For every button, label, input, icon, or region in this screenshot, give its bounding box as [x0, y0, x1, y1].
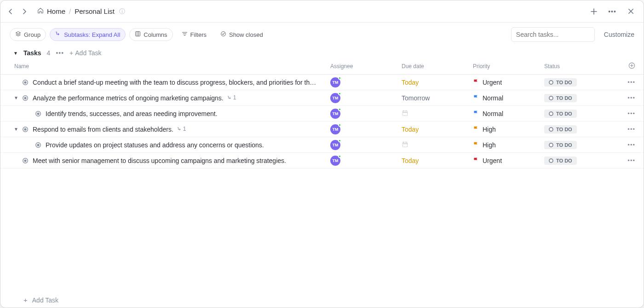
col-status[interactable]: Status	[544, 63, 622, 70]
col-due-date[interactable]: Due date	[402, 63, 473, 70]
subtask-count[interactable]: 1	[227, 94, 236, 101]
due-date-empty[interactable]	[402, 141, 473, 149]
assignee[interactable]: TM	[330, 156, 402, 166]
task-title[interactable]: Respond to emails from clients and stake…	[33, 126, 330, 133]
svg-point-1	[221, 32, 226, 36]
assignee[interactable]: TM	[330, 124, 402, 134]
status-circle-icon[interactable]	[21, 126, 30, 133]
priority[interactable]: Normal	[473, 110, 544, 117]
priority[interactable]: High	[473, 141, 544, 149]
group-more-icon[interactable]: •••	[56, 49, 64, 57]
close-icon[interactable]	[625, 6, 636, 17]
task-row[interactable]: ▼ Respond to emails from clients and sta…	[0, 122, 644, 137]
status-badge: TO DO	[544, 125, 577, 134]
due-date-empty[interactable]	[402, 110, 473, 118]
task-row[interactable]: Identify trends, successes, and areas ne…	[0, 106, 644, 122]
add-task-row[interactable]: + Add Task	[0, 292, 644, 308]
home-icon	[37, 7, 44, 15]
task-title[interactable]: Conduct a brief stand-up meeting with th…	[33, 79, 330, 86]
svg-rect-14	[402, 142, 407, 146]
group-add-task-label: Add Task	[75, 49, 101, 57]
svg-point-13	[37, 144, 39, 146]
breadcrumb-list[interactable]: Personal List	[75, 7, 115, 15]
task-list: Conduct a brief stand-up meeting with th…	[0, 75, 644, 292]
priority[interactable]: Urgent	[473, 79, 544, 86]
assignee[interactable]: TM	[330, 140, 402, 150]
col-priority[interactable]: Priority	[473, 63, 544, 70]
status-circle-icon[interactable]	[21, 157, 30, 164]
search-box[interactable]	[511, 27, 595, 42]
presence-dot-icon	[338, 76, 341, 80]
show-closed-button[interactable]: Show closed	[215, 29, 268, 41]
group-add-task[interactable]: + Add Task	[69, 49, 102, 57]
presence-dot-icon	[338, 139, 341, 142]
status-dot-icon	[549, 158, 553, 163]
more-icon[interactable]: •••	[607, 6, 618, 17]
priority[interactable]: High	[473, 126, 544, 133]
row-more-icon[interactable]: •••	[622, 126, 635, 133]
flag-icon	[473, 94, 479, 102]
row-more-icon[interactable]: •••	[622, 110, 635, 117]
task-row[interactable]: Meet with senior management to discuss u…	[0, 153, 644, 169]
svg-point-4	[24, 81, 26, 83]
column-headers: Name Assignee Due date Priority Status	[0, 58, 644, 75]
status[interactable]: TO DO	[544, 110, 622, 118]
columns-label: Columns	[144, 31, 167, 38]
priority[interactable]: Urgent	[473, 157, 544, 164]
due-date[interactable]: Today	[402, 126, 473, 133]
assignee[interactable]: TM	[330, 77, 402, 87]
task-title[interactable]: Identify trends, successes, and areas ne…	[46, 110, 330, 117]
status[interactable]: TO DO	[544, 94, 622, 102]
status[interactable]: TO DO	[544, 125, 622, 134]
customize-button[interactable]: Customize	[604, 31, 634, 38]
presence-dot-icon	[338, 123, 341, 127]
status-circle-icon[interactable]	[21, 79, 30, 86]
collapse-icon[interactable]: ▼	[12, 127, 21, 132]
avatar: TM	[330, 93, 340, 103]
filters-button[interactable]: Filters	[177, 29, 212, 41]
col-assignee[interactable]: Assignee	[330, 63, 402, 70]
nav-forward-icon[interactable]	[22, 9, 27, 14]
columns-button[interactable]: Columns	[129, 28, 172, 41]
due-date[interactable]: Tomorrow	[402, 94, 473, 102]
status[interactable]: TO DO	[544, 141, 622, 149]
status[interactable]: TO DO	[544, 78, 622, 87]
task-row[interactable]: Provide updates on project statuses and …	[0, 137, 644, 153]
task-row[interactable]: Conduct a brief stand-up meeting with th…	[0, 75, 644, 90]
due-date[interactable]: Today	[402, 157, 473, 164]
nav-back-icon[interactable]	[8, 9, 13, 14]
status-label: TO DO	[556, 158, 572, 163]
priority[interactable]: Normal	[473, 94, 544, 102]
task-title[interactable]: Provide updates on project statuses and …	[46, 141, 330, 149]
group-collapse-icon[interactable]: ▼	[13, 51, 18, 56]
collapse-icon[interactable]: ▼	[12, 95, 21, 100]
search-input[interactable]	[516, 31, 590, 38]
subtasks-button[interactable]: Subtasks: Expand All	[50, 28, 126, 41]
col-name[interactable]: Name	[14, 63, 330, 70]
task-row[interactable]: ▼ Analyze the performance metrics of ong…	[0, 90, 644, 106]
status-circle-icon[interactable]	[21, 95, 30, 101]
layers-icon	[15, 31, 21, 38]
status[interactable]: TO DO	[544, 157, 622, 165]
flag-icon	[473, 157, 479, 164]
priority-label: High	[483, 141, 496, 149]
status-circle-icon[interactable]	[34, 110, 43, 117]
row-more-icon[interactable]: •••	[622, 94, 635, 101]
info-icon[interactable]: ⓘ	[119, 7, 125, 16]
group-button[interactable]: Group	[10, 28, 46, 41]
task-title[interactable]: Analyze the performance metrics of ongoi…	[33, 94, 330, 102]
due-date[interactable]: Today	[402, 79, 473, 86]
task-title[interactable]: Meet with senior management to discuss u…	[33, 157, 330, 164]
row-more-icon[interactable]: •••	[622, 141, 635, 148]
add-icon[interactable]	[588, 6, 599, 17]
avatar: TM	[330, 109, 340, 119]
assignee[interactable]: TM	[330, 109, 402, 119]
row-more-icon[interactable]: •••	[622, 157, 635, 164]
breadcrumb-home[interactable]: Home	[47, 7, 65, 15]
subtask-count[interactable]: 1	[177, 126, 186, 132]
row-more-icon[interactable]: •••	[622, 79, 635, 86]
assignee[interactable]: TM	[330, 93, 402, 103]
status-dot-icon	[549, 96, 553, 100]
add-column-icon[interactable]	[622, 62, 635, 70]
status-circle-icon[interactable]	[34, 142, 43, 148]
